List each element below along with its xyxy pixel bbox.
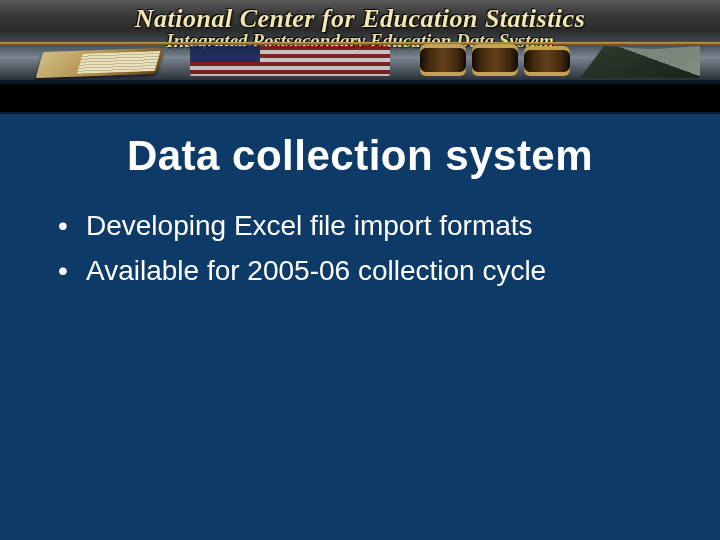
banner-gap: [0, 84, 720, 112]
list-item: Developing Excel file import formats: [58, 206, 680, 247]
bullet-list: Developing Excel file import formats Ava…: [58, 206, 680, 291]
flag-icon: [190, 46, 390, 76]
bullet-text: Available for 2005-06 collection cycle: [86, 255, 546, 286]
barrel-icon: [524, 46, 570, 76]
book-icon: [36, 48, 165, 78]
list-item: Available for 2005-06 collection cycle: [58, 251, 680, 292]
bullet-text: Developing Excel file import formats: [86, 210, 533, 241]
banner-divider: [0, 42, 720, 45]
slide-title: Data collection system: [0, 132, 720, 180]
barrel-icon: [472, 44, 518, 76]
header-banner: National Center for Education Statistics…: [0, 0, 720, 84]
slide: National Center for Education Statistics…: [0, 0, 720, 540]
barrel-icon: [420, 44, 466, 76]
slide-body: Data collection system Developing Excel …: [0, 112, 720, 540]
